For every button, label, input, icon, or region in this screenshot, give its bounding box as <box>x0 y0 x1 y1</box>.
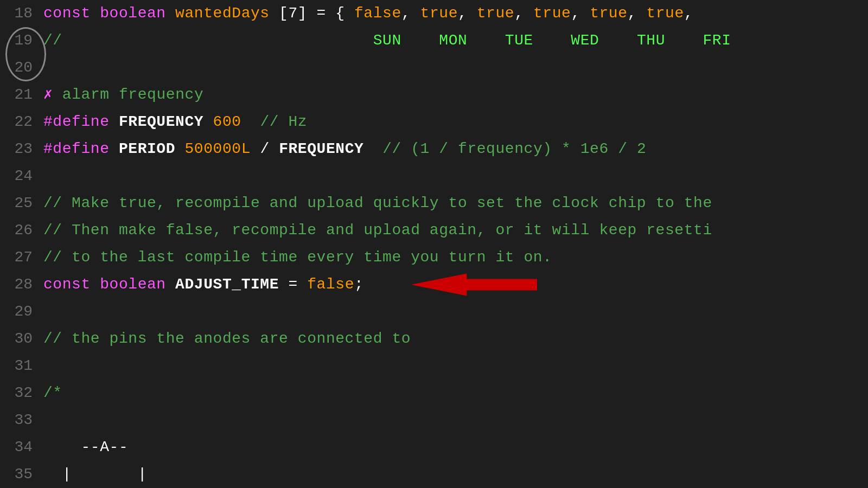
table-row: 26 // Then make false, recompile and upl… <box>0 217 868 244</box>
line-content: #define FREQUENCY 600 // Hz <box>43 108 868 136</box>
table-row: 23 #define PERIOD 500000L / FREQUENCY //… <box>0 136 868 163</box>
table-row: 32 /* <box>0 380 868 407</box>
line-number: 22 <box>0 108 43 136</box>
line-number: 24 <box>0 163 43 190</box>
table-row: 30 // the pins the anodes are connected … <box>0 325 868 352</box>
line-content: const boolean wantedDays [7] = { false, … <box>43 0 868 27</box>
red-arrow <box>412 271 537 298</box>
line-number: 25 <box>0 190 43 217</box>
line-number: 26 <box>0 217 43 244</box>
table-row: 34 --A-- <box>0 434 868 461</box>
line-number: 33 <box>0 407 43 434</box>
table-row: 25 // Make true, recompile and upload qu… <box>0 190 868 217</box>
line-content: // to the last compile time every time y… <box>43 244 868 271</box>
table-row: 29 <box>0 298 868 325</box>
line-content: // SUN MON TUE WED THU FRI <box>43 27 868 54</box>
line-content: ✗ alarm frequency <box>43 81 868 108</box>
table-row: 35 | | <box>0 461 868 488</box>
line-content: // Make true, recompile and upload quick… <box>43 190 868 217</box>
line-number: 30 <box>0 325 43 352</box>
table-row: 19 // SUN MON TUE WED THU FRI <box>0 27 868 54</box>
line-number: 28 <box>0 271 43 298</box>
line-number: 18 <box>0 0 43 27</box>
svg-marker-0 <box>412 274 537 296</box>
line-content: // the pins the anodes are connected to <box>43 325 868 352</box>
code-lines: 18 const boolean wantedDays [7] = { fals… <box>0 0 868 488</box>
table-row: 31 <box>0 352 868 380</box>
line-number: 34 <box>0 434 43 461</box>
line-number: 23 <box>0 136 43 163</box>
line-number: 20 <box>0 54 43 81</box>
table-row: 27 // to the last compile time every tim… <box>0 244 868 271</box>
line-number: 27 <box>0 244 43 271</box>
line-content: --A-- <box>43 434 868 461</box>
line-number: 19 <box>0 27 43 54</box>
table-row: 22 #define FREQUENCY 600 // Hz <box>0 108 868 136</box>
line-number: 35 <box>0 461 43 488</box>
table-row: 24 <box>0 163 868 190</box>
table-row: 18 const boolean wantedDays [7] = { fals… <box>0 0 868 27</box>
table-row: 28 const boolean ADJUST_TIME = false; <box>0 271 868 298</box>
code-editor: 18 const boolean wantedDays [7] = { fals… <box>0 0 868 488</box>
line-content: #define PERIOD 500000L / FREQUENCY // (1… <box>43 136 868 163</box>
line-content: // Then make false, recompile and upload… <box>43 217 868 244</box>
line-number: 29 <box>0 298 43 325</box>
line-content: | | <box>43 461 868 488</box>
line-content: /* <box>43 380 868 407</box>
line-number: 21 <box>0 81 43 108</box>
table-row: 20 <box>0 54 868 81</box>
table-row: 33 <box>0 407 868 434</box>
line-number: 31 <box>0 352 43 380</box>
table-row: 21 ✗ alarm frequency <box>0 81 868 108</box>
line-number: 32 <box>0 380 43 407</box>
